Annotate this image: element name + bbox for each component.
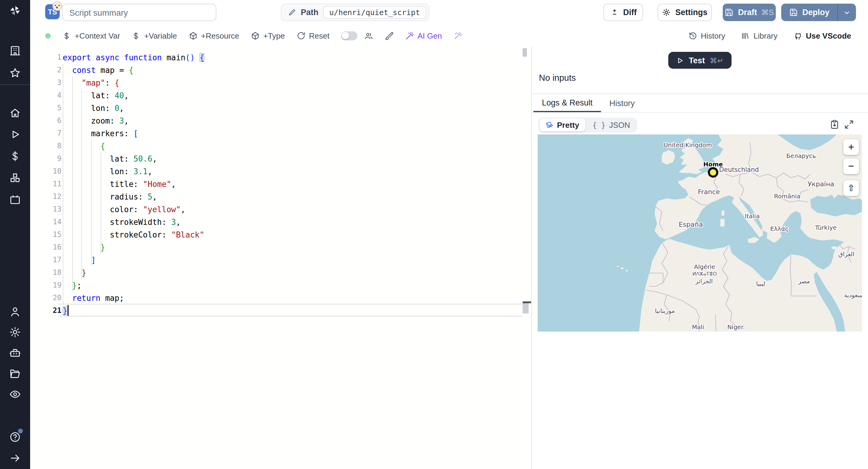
windmill-logo-icon[interactable] xyxy=(9,5,21,17)
map-country-label: Algérie xyxy=(694,263,715,270)
ai-gen-button[interactable]: AI Gen xyxy=(405,31,442,40)
runs-play-icon[interactable] xyxy=(9,128,21,140)
collaborators-users-icon[interactable] xyxy=(364,31,373,40)
code-line[interactable]: return map; xyxy=(63,292,124,305)
code-line[interactable]: } xyxy=(63,241,105,254)
library-icon xyxy=(741,31,750,40)
line-number: 8 xyxy=(44,140,61,153)
wand-icon xyxy=(405,31,414,40)
overview-cursor-marker xyxy=(523,302,531,303)
ai-sparkle-wand-icon[interactable] xyxy=(453,31,462,40)
format-brush-icon[interactable] xyxy=(384,31,393,40)
add-variable-button[interactable]: +Variable xyxy=(132,31,177,40)
schedules-calendar-icon[interactable] xyxy=(9,193,21,206)
code-line[interactable]: radius: 5, xyxy=(63,190,157,203)
gear-icon xyxy=(662,8,671,17)
result-map[interactable]: United KingdomБеларусьDeutschlandУкраїна… xyxy=(538,134,862,332)
line-number: 16 xyxy=(44,241,61,254)
package-icon xyxy=(188,31,197,40)
line-number: 10 xyxy=(44,165,61,178)
code-line[interactable]: zoom: 3, xyxy=(63,115,129,127)
add-type-button[interactable]: +Type xyxy=(251,31,285,40)
resources-cubes-icon[interactable] xyxy=(9,172,21,184)
code-line[interactable]: ] xyxy=(63,254,96,267)
deploy-button[interactable]: Deploy xyxy=(781,4,837,21)
test-button[interactable]: Test ⌘↵ xyxy=(668,52,732,69)
deploy-button-group: Deploy xyxy=(781,4,856,21)
map-fit-bounds-button[interactable]: ⇧ xyxy=(843,180,859,196)
workers-robot-icon[interactable] xyxy=(9,347,21,359)
code-line[interactable]: { xyxy=(63,140,105,153)
map-country-label: Ελλάς xyxy=(770,225,788,232)
code-line[interactable]: strokeWidth: 3, xyxy=(63,216,181,228)
building-icon[interactable] xyxy=(9,44,21,57)
package-icon xyxy=(251,31,260,40)
draft-button[interactable]: Draft ⌘S xyxy=(723,4,776,21)
star-icon[interactable] xyxy=(9,67,21,79)
editor-toolbar: +Context Var +Variable +Resource +Type R… xyxy=(30,25,868,47)
code-line[interactable]: lon: 3.1, xyxy=(63,165,152,178)
code-line[interactable]: markers: [ xyxy=(63,127,138,140)
deploy-dropdown-button[interactable] xyxy=(838,4,856,21)
use-vscode-button[interactable]: Use VScode xyxy=(793,31,851,40)
map-country-label: Україна xyxy=(808,180,834,188)
map-country-label: France xyxy=(698,188,720,196)
add-context-var-button[interactable]: +Context Var xyxy=(62,31,120,40)
diff-mode-toggle[interactable] xyxy=(341,31,357,40)
line-number: 2 xyxy=(44,64,61,76)
run-panel: Test ⌘↵ No inputs Logs & Result History … xyxy=(532,46,868,469)
code-line[interactable]: title: "Home", xyxy=(63,178,176,190)
script-summary-input[interactable] xyxy=(62,4,216,21)
line-number: 20 xyxy=(44,292,61,305)
code-line[interactable]: lon: 0, xyxy=(63,102,124,115)
diff-button[interactable]: Diff xyxy=(603,4,643,21)
result-view-toggle: Pretty { } JSON xyxy=(538,118,637,133)
code-line[interactable]: lat: 40, xyxy=(63,89,129,102)
tab-logs-result[interactable]: Logs & Result xyxy=(533,94,601,112)
overview-line-marker xyxy=(523,303,529,313)
expand-result-icon[interactable] xyxy=(844,119,854,130)
expand-sidebar-arrow-icon[interactable] xyxy=(9,452,21,464)
line-number: 3 xyxy=(44,76,61,89)
code-editor[interactable]: 123456789101112131415161718192021 export… xyxy=(30,46,531,469)
home-icon[interactable] xyxy=(9,107,21,119)
folder-open-icon[interactable] xyxy=(9,368,21,380)
map-country-label: العراق xyxy=(838,250,854,258)
editor-scrollbar[interactable] xyxy=(523,46,531,469)
line-number: 5 xyxy=(44,102,61,115)
code-line[interactable]: } xyxy=(63,267,86,279)
settings-button[interactable]: Settings xyxy=(658,4,712,21)
add-resource-button[interactable]: +Resource xyxy=(188,31,239,40)
map-country-label: España xyxy=(679,221,703,228)
line-number: 12 xyxy=(44,190,61,203)
user-icon[interactable] xyxy=(9,306,21,318)
code-line[interactable]: lat: 50.6, xyxy=(63,153,157,165)
path-editor[interactable]: Path u/henri/quiet_script xyxy=(281,4,429,21)
map-zoom-out-button[interactable]: − xyxy=(843,159,859,174)
library-button[interactable]: Library xyxy=(741,31,778,40)
code-line[interactable]: color: "yellow", xyxy=(63,203,185,216)
variables-dollar-icon[interactable] xyxy=(9,150,21,162)
code-line[interactable]: const map = { xyxy=(63,64,133,76)
scrollbar-thumb[interactable] xyxy=(523,48,527,57)
map-marker-home[interactable] xyxy=(709,168,717,177)
map-zoom-in-button[interactable]: + xyxy=(843,139,859,155)
code-line[interactable]: "map": { xyxy=(63,76,119,89)
code-line[interactable]: export async function main() { xyxy=(63,51,204,64)
json-view-button[interactable]: { } JSON xyxy=(587,119,636,131)
code-line[interactable]: }; xyxy=(63,279,82,292)
reset-button[interactable]: Reset xyxy=(296,31,330,40)
code-line[interactable]: } xyxy=(63,305,67,317)
diff-icon xyxy=(610,8,619,17)
pretty-view-button[interactable]: Pretty xyxy=(539,119,585,131)
history-button[interactable]: History xyxy=(688,31,725,40)
code-line[interactable]: strokeColor: "Black" xyxy=(63,228,204,241)
map-country-label: Niger xyxy=(727,323,744,331)
dollar-icon xyxy=(62,31,71,40)
copy-clipboard-icon[interactable] xyxy=(830,119,840,130)
help-icon[interactable] xyxy=(9,431,21,443)
settings-gear-icon[interactable] xyxy=(9,326,21,338)
map-country-label: Italia xyxy=(745,213,760,220)
eye-icon[interactable] xyxy=(9,388,21,400)
tab-history[interactable]: History xyxy=(601,94,643,112)
